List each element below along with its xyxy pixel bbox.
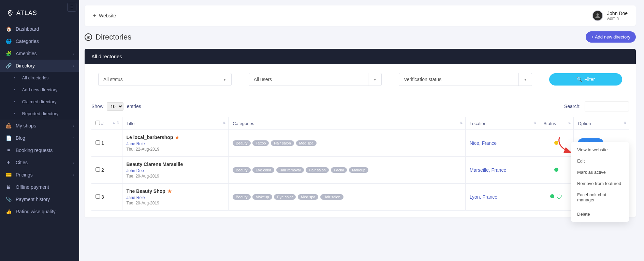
thumb-icon: 👍	[5, 209, 12, 214]
chevron-down-icon: ▼	[368, 73, 381, 86]
category-badge: Hair salon	[271, 140, 294, 146]
location-link[interactable]: Marseille, France	[470, 167, 506, 173]
bag-icon: 👜	[5, 123, 12, 128]
status-select[interactable]: All status ▼	[98, 73, 232, 86]
chevron-down-icon: ▼	[518, 73, 532, 86]
subnav-item-claimed-directory[interactable]: Claimed directory	[0, 96, 79, 108]
search-control: Search:	[564, 102, 629, 111]
directory-title[interactable]: Le local_barbershop ★	[127, 135, 224, 140]
dropdown-item-delete[interactable]: Delete	[571, 209, 629, 220]
action-dropdown: View in websiteEditMark as activeRemove …	[571, 142, 629, 222]
sidebar-item-label: Booking requests	[16, 148, 53, 153]
page-size-select[interactable]: 10	[107, 102, 123, 111]
sidebar-item-dashboard[interactable]: 🏠Dashboard	[0, 23, 79, 35]
user-role: Admin	[607, 16, 628, 21]
sort-icon: ⇅	[223, 121, 225, 125]
category-badge: Beauty	[233, 140, 250, 146]
location-link[interactable]: Nice, France	[470, 140, 497, 146]
category-badge: Hair removal	[276, 167, 304, 173]
filter-button[interactable]: 🔍 Filter	[549, 73, 622, 86]
directories-card: All directories All status ▼ All users ▼…	[85, 49, 636, 217]
row-checkbox[interactable]	[96, 140, 100, 145]
sidebar: ≡ ATLAS 🏠Dashboard🌐Categories›🧩Amenities…	[0, 0, 79, 261]
column-title[interactable]: Title⇅	[122, 117, 229, 130]
website-link[interactable]: ✈ Website	[93, 13, 116, 18]
directory-title[interactable]: Beauty Clarene Marseille	[127, 162, 224, 167]
sidebar-item-rating-wise-quality[interactable]: 👍Rating wise quality	[0, 205, 79, 218]
sidebar-item-pricings[interactable]: 💳Pricings›	[0, 169, 79, 181]
star-icon: ★	[175, 135, 179, 140]
plane-icon: ✈	[5, 160, 12, 165]
column-#[interactable]: # ▲ ⇅	[91, 117, 122, 130]
sidebar-item-categories[interactable]: 🌐Categories›	[0, 35, 79, 47]
sidebar-item-amenities[interactable]: 🧩Amenities›	[0, 47, 79, 60]
sidebar-item-label: Blog	[16, 135, 25, 141]
directory-date: Thu, 22-Aug-2019	[127, 147, 224, 152]
column-option[interactable]: Option⇅	[574, 117, 629, 130]
dropdown-item-remove-from-featured[interactable]: Remove from featured	[571, 178, 629, 189]
dropdown-item-view-in-website[interactable]: View in website	[571, 144, 629, 155]
add-directory-button[interactable]: + Add new directory	[586, 31, 636, 43]
chevron-down-icon: ▼	[218, 73, 231, 86]
sort-icon: ⇅	[460, 121, 463, 125]
directory-author[interactable]: Jane Role	[127, 141, 224, 146]
verification-select-value: Verification status	[399, 73, 518, 86]
sidebar-item-payment-history[interactable]: 📎Payment history	[0, 193, 79, 205]
page-title-wrap: ◉ Directories	[85, 33, 131, 42]
home-icon: 🏠	[5, 26, 12, 32]
filter-button-label: Filter	[584, 77, 595, 82]
select-all-checkbox[interactable]	[96, 121, 100, 125]
search-input[interactable]	[585, 102, 629, 111]
directory-title[interactable]: The Beauty Shop ★	[127, 188, 224, 194]
row-checkbox[interactable]	[96, 194, 100, 199]
paper-plane-icon: ✈	[93, 13, 96, 18]
subnav-item-reported-directory[interactable]: Reported directory	[0, 108, 79, 120]
subnav-item-add-new-directory[interactable]: Add new directory	[0, 84, 79, 96]
dropdown-item-edit[interactable]: Edit	[571, 155, 629, 167]
list-icon: 📄	[5, 135, 12, 141]
main-content: ✈ Website John Doe Admin ◉ Directories +…	[79, 0, 644, 261]
sidebar-item-label: Dashboard	[16, 26, 39, 32]
users-select[interactable]: All users ▼	[249, 73, 382, 86]
subnav-item-all-directories[interactable]: All directories	[0, 72, 79, 84]
row-checkbox[interactable]	[96, 167, 100, 172]
svg-point-1	[597, 13, 599, 16]
table-controls: Show 10 entries Search:	[91, 95, 629, 117]
card-header: All directories	[85, 49, 636, 64]
directory-author[interactable]: John Doe	[127, 168, 224, 173]
lines-icon: ≡	[5, 148, 12, 153]
chevron-right-icon: ›	[73, 161, 74, 165]
website-label: Website	[99, 13, 116, 18]
sidebar-item-offline-payment[interactable]: 🖩Offline payment	[0, 181, 79, 193]
annotation-arrow	[556, 137, 573, 155]
topbar: ✈ Website John Doe Admin	[85, 5, 636, 26]
sidebar-item-cities[interactable]: ✈Cities›	[0, 156, 79, 169]
category-badge: Hair salon	[306, 167, 329, 173]
sidebar-item-blog[interactable]: 📄Blog›	[0, 132, 79, 144]
column-categories[interactable]: Categories⇅	[229, 117, 466, 130]
user-menu[interactable]: John Doe Admin	[592, 10, 628, 21]
sidebar-item-my-shops[interactable]: 👜My shops›	[0, 120, 79, 132]
sidebar-item-booking-requests[interactable]: ≡Booking requests›	[0, 144, 79, 156]
directory-date: Tue, 20-Aug-2019	[127, 174, 224, 179]
sidebar-item-label: Categories	[16, 39, 39, 44]
chevron-right-icon: ›	[73, 173, 74, 177]
clip-icon: 📎	[5, 197, 12, 202]
directory-author[interactable]: Jane Role	[127, 195, 224, 200]
verification-select[interactable]: Verification status ▼	[399, 73, 532, 86]
location-link[interactable]: Lyon, France	[470, 194, 497, 200]
category-badge: Makeup	[349, 167, 368, 173]
status-indicator	[554, 168, 558, 172]
page-header: ◉ Directories + Add new directory	[85, 31, 636, 43]
table-row: 3The Beauty Shop ★Jane RoleTue, 20-Aug-2…	[91, 184, 629, 211]
search-label: Search:	[564, 104, 581, 109]
table-row: 2Beauty Clarene MarseilleJohn DoeTue, 20…	[91, 157, 629, 184]
dropdown-item-facebook-chat-manager[interactable]: Facebook chat manager	[571, 189, 629, 205]
column-status[interactable]: Status⇅	[539, 117, 574, 130]
sidebar-item-directory[interactable]: 🔗Directory›	[0, 60, 79, 72]
category-badge: Facial	[331, 167, 347, 173]
column-location[interactable]: Location⇅	[465, 117, 539, 130]
chevron-right-icon: ›	[73, 40, 74, 43]
sidebar-toggle-button[interactable]: ≡	[67, 3, 76, 12]
dropdown-item-mark-as-active[interactable]: Mark as active	[571, 167, 629, 178]
